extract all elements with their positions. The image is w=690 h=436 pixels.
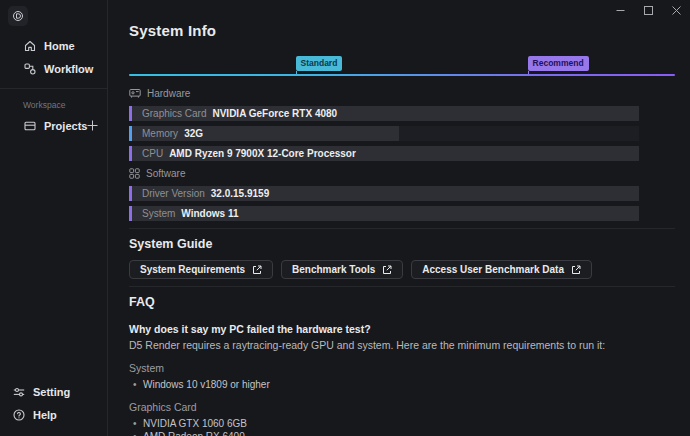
minimize-button[interactable] bbox=[606, 0, 634, 20]
sidebar-item-label: Home bbox=[44, 40, 75, 52]
external-link-icon bbox=[571, 265, 581, 275]
close-button[interactable] bbox=[662, 0, 690, 20]
graphics-card-row: Graphics Card NVIDIA GeForce RTX 4080 bbox=[129, 106, 639, 121]
system-row: System Windows 11 bbox=[129, 206, 639, 221]
sidebar-nav: Home Workflow bbox=[0, 34, 107, 80]
row-label: Memory bbox=[142, 128, 178, 139]
memory-row: Memory 32G bbox=[129, 126, 639, 141]
row-value: Windows 11 bbox=[181, 208, 238, 219]
close-icon bbox=[672, 6, 681, 15]
minimize-icon bbox=[616, 6, 625, 15]
row-value: 32G bbox=[184, 128, 203, 139]
standard-badge: Standard bbox=[296, 56, 343, 71]
faq-question: Why does it say my PC failed the hardwar… bbox=[129, 323, 675, 336]
faq-group-label-system: System bbox=[129, 362, 675, 375]
software-rows: Driver Version 32.0.15.9159 System Windo… bbox=[129, 186, 639, 221]
row-label: Graphics Card bbox=[142, 108, 206, 119]
faq-list-item: NVIDIA GTX 1060 6GB bbox=[129, 417, 675, 430]
sidebar-item-label: Setting bbox=[33, 386, 70, 398]
workflow-icon bbox=[23, 62, 36, 75]
system-guide-title: System Guide bbox=[129, 237, 675, 252]
external-link-icon bbox=[252, 265, 262, 275]
cpu-row: CPU AMD Ryzen 9 7900X 12-Core Processor bbox=[129, 146, 639, 161]
sidebar-item-home[interactable]: Home bbox=[0, 34, 107, 57]
sidebar: Home Workflow Workspace Projects bbox=[0, 0, 108, 436]
access-user-benchmark-data-button[interactable]: Access User Benchmark Data bbox=[411, 260, 592, 279]
row-value: NVIDIA GeForce RTX 4080 bbox=[212, 108, 337, 119]
setting-icon bbox=[12, 385, 25, 398]
sidebar-item-help[interactable]: Help bbox=[0, 403, 107, 426]
recommend-badge: Recommend bbox=[528, 56, 589, 71]
software-section-label: Software bbox=[146, 168, 185, 179]
external-link-icon bbox=[382, 265, 392, 275]
hardware-section-label: Hardware bbox=[147, 88, 190, 99]
sidebar-item-setting[interactable]: Setting bbox=[0, 380, 107, 403]
workspace-section-label: Workspace bbox=[0, 89, 107, 114]
projects-icon bbox=[23, 119, 36, 132]
maximize-icon bbox=[644, 6, 653, 15]
benchmark-tools-button[interactable]: Benchmark Tools bbox=[281, 260, 403, 279]
faq-title: FAQ bbox=[129, 295, 675, 310]
hardware-rows: Graphics Card NVIDIA GeForce RTX 4080 Me… bbox=[129, 106, 639, 161]
faq-list-item: AMD Radeon RX 6400 bbox=[129, 430, 675, 436]
software-icon bbox=[129, 168, 140, 179]
driver-version-row: Driver Version 32.0.15.9159 bbox=[129, 186, 639, 201]
gauge-gradient-line bbox=[129, 74, 675, 76]
sidebar-item-label: Projects bbox=[44, 120, 87, 132]
faq-group-label-graphics-card: Graphics Card bbox=[129, 401, 675, 414]
titlebar bbox=[0, 0, 690, 22]
sidebar-footer: Setting Help bbox=[0, 380, 107, 436]
system-gauge: Standard Recommend bbox=[129, 43, 675, 76]
row-label: System bbox=[142, 208, 175, 219]
row-value: AMD Ryzen 9 7900X 12-Core Processor bbox=[169, 148, 356, 159]
plus-icon bbox=[87, 120, 98, 131]
system-guide-buttons: System Requirements Benchmark Tools Acce… bbox=[129, 260, 675, 279]
sidebar-item-label: Help bbox=[33, 409, 57, 421]
add-project-button[interactable] bbox=[87, 118, 98, 134]
faq-system-list: Windows 10 v1809 or higher bbox=[129, 378, 675, 391]
system-requirements-button[interactable]: System Requirements bbox=[129, 260, 273, 279]
faq-list-item: Windows 10 v1809 or higher bbox=[129, 378, 675, 391]
faq-graphics-card-list: NVIDIA GTX 1060 6GB AMD Radeon RX 6400 I… bbox=[129, 417, 675, 436]
maximize-button[interactable] bbox=[634, 0, 662, 20]
section-divider bbox=[129, 286, 675, 287]
main-content: System Info Standard Recommend Hardware bbox=[109, 0, 690, 436]
help-icon bbox=[12, 408, 25, 421]
row-label: CPU bbox=[142, 148, 163, 159]
sidebar-item-label: Workflow bbox=[44, 63, 93, 75]
projects-row: Projects bbox=[0, 114, 107, 137]
hardware-section-header: Hardware bbox=[129, 87, 675, 100]
sidebar-item-projects[interactable]: Projects bbox=[0, 114, 87, 137]
row-label: Driver Version bbox=[142, 188, 205, 199]
software-section-header: Software bbox=[129, 167, 675, 180]
row-value: 32.0.15.9159 bbox=[211, 188, 269, 199]
sidebar-item-workflow[interactable]: Workflow bbox=[0, 57, 107, 80]
home-icon bbox=[23, 39, 36, 52]
section-divider bbox=[129, 228, 675, 229]
page-title: System Info bbox=[129, 21, 675, 41]
faq-answer: D5 Render requires a raytracing-ready GP… bbox=[129, 339, 675, 352]
hardware-icon bbox=[129, 88, 141, 99]
